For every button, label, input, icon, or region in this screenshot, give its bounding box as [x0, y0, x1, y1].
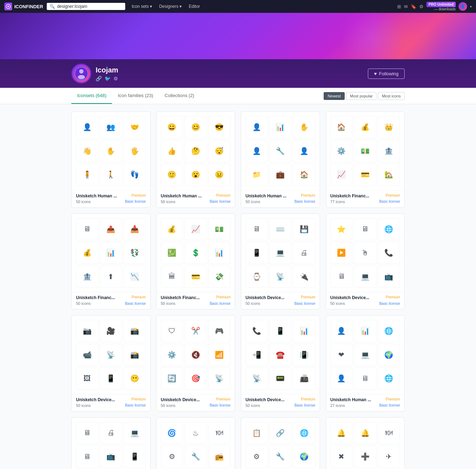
nav-icon-sets[interactable]: Icon sets ▾	[129, 2, 155, 10]
icon-thumb: 🏠	[330, 116, 353, 138]
icon-set-card[interactable]: 🖥⌨️💾📱💻🖨⌚📡🔌 Unisketch Device... Premium 5…	[241, 213, 320, 310]
icon-thumb: 📊	[354, 320, 376, 342]
sort-most-icons[interactable]: Most icons	[378, 92, 405, 100]
premium-badge: Premium	[301, 397, 315, 401]
icon-set-card[interactable]: 🌀♨🍽⚙🔧📻🎵🔌💡 Unisketch Applian... Premium 5…	[156, 417, 236, 469]
card-meta: 50 icons Basic license	[161, 301, 231, 306]
card-title: Unisketch Device...	[161, 397, 200, 402]
card-meta: 50 icons Basic license	[76, 301, 146, 306]
icon-thumb: 💰	[161, 218, 183, 241]
card-title-row: Unisketch Human ... Premium	[161, 193, 231, 198]
license-badge: Basic license	[210, 200, 231, 203]
icon-thumb: 👋	[76, 140, 98, 162]
icon-thumb: 🖨	[100, 422, 122, 444]
license-badge: Basic license	[125, 403, 146, 407]
icon-set-card[interactable]: 😀😊😎👍🤔😴🙂😮😐 Unisketch Human ... Premium 50…	[156, 111, 236, 208]
icon-count: 77 icons	[330, 200, 345, 204]
bookmark-icon[interactable]: 🔖	[411, 4, 416, 9]
icon-set-card[interactable]: 📷🎥📸📹📡📸🖼📱😶 Unisketch Device... Premium 50…	[71, 315, 151, 412]
card-title-row: Unisketch Device... Premium	[161, 397, 231, 402]
license-badge: Basic license	[379, 200, 400, 203]
card-footer: Unisketch Human ... Premium 27 icons Bas…	[326, 394, 405, 411]
website-link-icon[interactable]: 🔗	[96, 76, 102, 81]
card-icons-grid: 🖥⌨️💾📱💻🖨⌚📡🔌	[241, 214, 320, 292]
icon-thumb: ⭐	[330, 218, 353, 241]
icon-count: 50 icons	[161, 403, 176, 408]
icon-thumb: ⬆	[100, 266, 122, 288]
following-button[interactable]: ♥ Following	[368, 69, 405, 79]
card-footer: Unisketch Device... Premium 50 icons Bas…	[241, 292, 320, 309]
icon-set-card[interactable]: 🖥📤📥💰📊💱🏦⬆📉 Unisketch Financ... Premium 50…	[71, 213, 151, 310]
icon-thumb: 💳	[184, 266, 207, 288]
nav-right: ⊞ ✉ 🔖 ⚙ PRO Unlimited — downloads 👤 ▾	[397, 2, 472, 11]
icon-set-card[interactable]: 🔔🔔🍽✖➕✈⚙🏃🔎 Unisketch Basic v... Premium 5…	[326, 417, 405, 469]
card-title-row: Unisketch Financ... Premium	[330, 193, 400, 198]
sort-newest[interactable]: Newest	[324, 92, 345, 100]
icon-thumb: 📉	[123, 266, 146, 288]
grid-icon[interactable]: ⊞	[397, 4, 401, 9]
icon-set-card[interactable]: 🖥🖨💻🖥📺📱🖥📡📱 Unisketch Device... Premium 50…	[71, 417, 151, 469]
icon-thumb: 🏦	[378, 140, 400, 162]
icon-thumb: 🌐	[378, 367, 400, 390]
card-title-row: Unisketch Financ... Premium	[76, 295, 146, 300]
icon-thumb: 🖨	[293, 242, 315, 264]
card-title: Unisketch Human ...	[76, 193, 117, 198]
main-content: 👤👥🤝👋✋🖐🧍🚶👣 Unisketch Human ... Premium 50…	[0, 104, 476, 469]
nav-designers[interactable]: Designers ▾	[156, 2, 184, 10]
profile-details: Icojam 🔗 🐦 ⚙	[96, 66, 118, 81]
search-input[interactable]	[57, 4, 121, 9]
sort-popular[interactable]: Most popular	[346, 92, 377, 100]
icon-thumb: ✖	[330, 445, 353, 468]
icon-count: 50 icons	[76, 301, 91, 306]
icon-set-card[interactable]: 📞📱📊📲☎️📳📡📟📠 Unisketch Device... Premium 5…	[241, 315, 320, 412]
settings-icon[interactable]: ⚙	[113, 76, 118, 81]
nav-editor[interactable]: Editor	[186, 2, 203, 10]
settings-icon[interactable]: ⚙	[419, 4, 424, 9]
icon-thumb: 📷	[76, 320, 98, 342]
card-footer: Unisketch Device... Premium 50 icons Bas…	[157, 394, 235, 411]
card-footer: Unisketch Financ... Premium 77 icons Bas…	[326, 190, 405, 207]
icon-thumb: 😐	[208, 163, 231, 186]
card-icons-grid: 🖥🖨💻🖥📺📱🖥📡📱	[72, 418, 150, 469]
icon-thumb: 🏠	[293, 163, 315, 186]
icon-thumb: 👥	[100, 116, 122, 138]
icon-set-card[interactable]: 🛡✂️🎮⚙️🔇📶🔄🎯📡 Unisketch Device... Premium …	[156, 315, 236, 412]
icon-thumb: 📺	[378, 266, 400, 288]
card-meta: 77 icons Basic license	[330, 200, 400, 204]
icon-thumb: 🎮	[208, 320, 231, 342]
logo[interactable]: ICONFINDER	[4, 2, 43, 10]
card-footer: Unisketch Device... Premium 50 icons Bas…	[326, 292, 405, 309]
search-bar[interactable]: 🔍	[47, 3, 125, 10]
tab-collections[interactable]: Collections (2)	[159, 88, 200, 104]
icon-thumb: 🖥	[330, 266, 353, 288]
card-footer: Unisketch Human ... Premium 50 icons Bas…	[241, 190, 320, 207]
icon-thumb: ⚙️	[161, 344, 183, 366]
icon-set-card[interactable]: ⭐🖥🌐▶️🖱📞🖥💻📺 Unisketch Device... Premium 5…	[326, 213, 405, 310]
chevron-down-icon[interactable]: ▾	[470, 5, 472, 9]
tab-iconsets[interactable]: Iconsets (648)	[71, 88, 112, 104]
user-avatar[interactable]: 👤	[459, 2, 467, 11]
license-badge: Basic license	[294, 403, 315, 407]
icon-set-card[interactable]: 💰📈💵💹💲📊🏛💳💸 Unisketch Financ... Premium 50…	[156, 213, 236, 310]
icon-count: 50 icons	[245, 403, 260, 408]
icon-set-card[interactable]: 👤👥🤝👋✋🖐🧍🚶👣 Unisketch Human ... Premium 50…	[71, 111, 151, 208]
icon-set-card[interactable]: 🏠💰👑⚙️💵🏦📈💳🏡 Unisketch Financ... Premium 7…	[326, 111, 405, 208]
icon-set-card[interactable]: 📋🔗🌐⚙🔧🌍🔄⚙📡 Unisketch Basic v... Premium 5…	[241, 417, 320, 469]
icon-set-card[interactable]: 👤📊✋👤🔧👤📁💼🏠 Unisketch Human ... Premium 50…	[241, 111, 320, 208]
twitter-icon[interactable]: 🐦	[105, 76, 111, 81]
card-title-row: Unisketch Device... Premium	[330, 295, 400, 300]
tab-icon-families[interactable]: Icon families (23)	[112, 88, 159, 104]
card-title: Unisketch Human ...	[245, 193, 287, 198]
icon-thumb: 😊	[184, 116, 207, 138]
icon-thumb: 💸	[208, 266, 231, 288]
icon-set-card[interactable]: 👤📊🌐❤💻🌍👤🖥🌐 Unisketch Human ... Premium 27…	[326, 315, 405, 412]
icon-thumb: 💲	[184, 242, 207, 264]
card-title: Unisketch Financ...	[161, 295, 200, 300]
icon-thumb: 📱	[245, 242, 268, 264]
icon-thumb: 🔧	[269, 140, 292, 162]
icon-thumb: 📋	[245, 422, 268, 444]
icon-thumb: 🖥	[76, 422, 98, 444]
mail-icon[interactable]: ✉	[404, 4, 408, 9]
search-icon: 🔍	[50, 4, 55, 9]
profile-banner	[0, 13, 476, 59]
